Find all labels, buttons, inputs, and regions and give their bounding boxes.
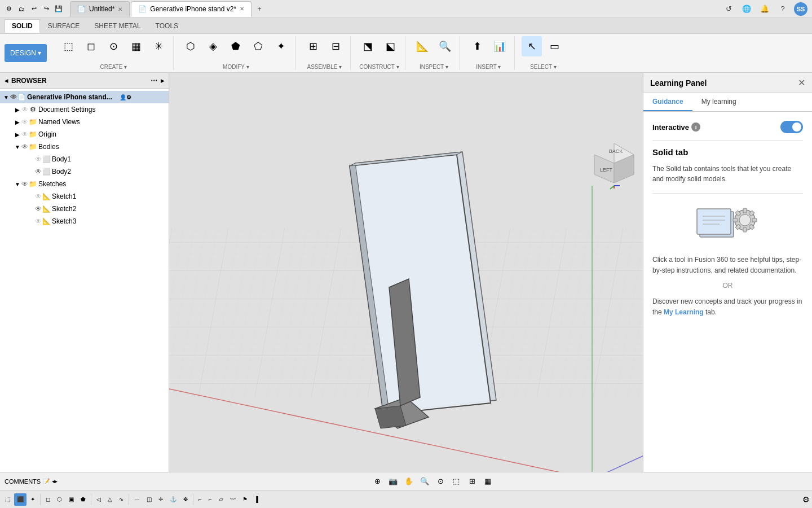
orbit-button[interactable]: ⊙ [434, 475, 447, 488]
vb-settings-btn[interactable]: ⚙ [802, 495, 810, 504]
tree-item-body1[interactable]: ▶ 👁 ⬜ Body1 [0, 153, 169, 165]
vb-triangle-btn[interactable]: △ [105, 493, 115, 506]
inspect-label[interactable]: INSPECT ▾ [420, 64, 448, 70]
construct-axis-button[interactable]: ⬕ [380, 36, 400, 56]
tree-eye-doc-settings[interactable]: 👁 [21, 106, 28, 113]
tree-eye-root[interactable]: 👁 [10, 93, 17, 101]
create-box-button[interactable]: ⬚ [58, 36, 78, 56]
app-icon[interactable]: ⚙ [5, 5, 14, 14]
tree-expand-sketches[interactable]: ▼ [14, 180, 21, 188]
right-panel-close-button[interactable]: ✕ [798, 77, 805, 88]
tree-item-origin[interactable]: ▶ 👁 📁 Origin [0, 128, 169, 141]
tree-eye-body2[interactable]: 👁 [35, 168, 42, 176]
tree-item-bodies[interactable]: ▼ 👁 📁 Bodies [0, 141, 169, 153]
tree-item-doc-settings[interactable]: ▶ 👁 ⚙ Document Settings [0, 103, 169, 116]
vb-grid-btn[interactable]: ▣ [66, 493, 77, 506]
vb-flag-btn[interactable]: ⚑ [240, 493, 250, 506]
browser-expand-icon[interactable]: ▸ [161, 77, 164, 85]
tab-close[interactable]: ✕ [118, 6, 122, 12]
tab-my-learning[interactable]: My learning [692, 93, 745, 111]
my-learning-link[interactable]: My Learning [664, 308, 704, 316]
vb-hex-btn[interactable]: ⬡ [54, 493, 65, 506]
create-revolve-button[interactable]: ⊙ [103, 36, 123, 56]
user-avatar[interactable]: SS [794, 2, 807, 16]
tree-expand-root[interactable]: ▼ [2, 93, 10, 101]
tree-item-named-views[interactable]: ▶ 👁 📁 Named Views [0, 116, 169, 128]
tree-expand-named-views[interactable]: ▶ [14, 118, 21, 126]
vb-dotted-btn[interactable]: ⋯ [131, 493, 143, 506]
vb-curve-btn[interactable]: ∿ [116, 493, 126, 506]
layout-button[interactable]: ▦ [481, 475, 495, 488]
modify-press-pull-button[interactable]: ⬡ [180, 36, 201, 56]
tab-close[interactable]: ✕ [240, 6, 244, 12]
info-icon[interactable]: i [691, 122, 700, 132]
inspect-measure-button[interactable]: 📐 [412, 36, 433, 56]
vb-corner2-btn[interactable]: ⌐ [206, 493, 215, 506]
tab-sheet-metal[interactable]: SHEET METAL [87, 20, 147, 32]
help-button[interactable]: ? [776, 2, 789, 16]
tab-solid[interactable]: SOLID [5, 19, 40, 33]
create-more-button[interactable]: ✳ [148, 36, 169, 56]
vb-box-btn[interactable]: ◻ [43, 493, 53, 506]
tree-eye-sketch3[interactable]: 👁 [35, 217, 42, 225]
create-extrude-button[interactable]: ◻ [81, 36, 101, 56]
modify-more-button[interactable]: ✦ [271, 36, 291, 56]
pan-button[interactable]: ✋ [402, 475, 416, 488]
tree-item-sketches[interactable]: ▼ 👁 📁 Sketches [0, 178, 169, 190]
select-label[interactable]: SELECT ▾ [530, 64, 557, 70]
design-button[interactable]: DESIGN ▾ [5, 44, 47, 62]
modify-fillet-button[interactable]: ◈ [203, 36, 223, 56]
tree-item-sketch2[interactable]: ▶ 👁 📐 Sketch2 [0, 203, 169, 215]
vb-cross-btn[interactable]: ✛ [156, 493, 166, 506]
tree-settings-icon[interactable]: ⚙ [126, 94, 131, 100]
comments-arrows[interactable]: ◂▸ [52, 478, 58, 484]
tree-item-root[interactable]: ▼ 👁 📄 Generative iPhone stand... 👤 ⚙ [0, 91, 169, 103]
modify-chamfer-button[interactable]: ⬟ [226, 36, 246, 56]
tree-eye-bodies[interactable]: 👁 [21, 143, 28, 151]
viewport[interactable]: BACK LEFT [169, 73, 643, 472]
zoom-button[interactable]: 🔍 [418, 475, 431, 488]
tab-untitled[interactable]: 📄 Untitled* ✕ [70, 1, 130, 17]
vb-solid-btn[interactable]: ⬛ [14, 493, 27, 506]
tab-guidance[interactable]: Guidance [643, 93, 692, 111]
vb-diamond-btn[interactable]: ⬟ [78, 493, 89, 506]
nav-globe-button[interactable]: 🌐 [740, 2, 753, 16]
vb-corner-btn[interactable]: ⌐ [196, 493, 205, 506]
notification-button[interactable]: 🔔 [758, 2, 771, 16]
insert-import-button[interactable]: ⬆ [467, 36, 487, 56]
tab-surface[interactable]: SURFACE [41, 20, 87, 32]
assemble-joint-button[interactable]: ⊞ [303, 36, 323, 56]
tree-eye-origin[interactable]: 👁 [21, 130, 28, 138]
camera-button[interactable]: 📷 [386, 475, 400, 488]
tree-item-sketch1[interactable]: ▶ 👁 📐 Sketch1 [0, 190, 169, 203]
browser-collapse-icon[interactable]: ◂ [5, 77, 8, 85]
construct-label[interactable]: CONSTRUCT ▾ [359, 64, 399, 70]
file-icon[interactable]: 🗂 [17, 5, 26, 14]
inspect-section-button[interactable]: 🔍 [435, 36, 455, 56]
select-box-button[interactable]: ▭ [544, 36, 564, 56]
create-sweep-button[interactable]: ▦ [126, 36, 146, 56]
view-cube[interactable]: BACK LEFT [589, 141, 634, 186]
insert-label[interactable]: INSERT ▾ [476, 64, 501, 70]
undo-button[interactable]: ↩ [29, 5, 38, 14]
tree-item-body2[interactable]: ▶ 👁 ⬜ Body2 [0, 165, 169, 178]
vb-sketch-btn[interactable]: ⬚ [2, 493, 13, 506]
comments-expand-icon[interactable]: 📝 [43, 478, 50, 484]
tree-expand-origin[interactable]: ▶ [14, 130, 21, 138]
tree-expand-bodies[interactable]: ▼ [14, 143, 21, 151]
vb-bar-btn[interactable]: ▐ [251, 493, 261, 506]
display-settings-button[interactable]: ⬚ [449, 475, 463, 488]
create-label[interactable]: CREATE ▾ [100, 64, 127, 70]
vb-shape-btn[interactable]: ▱ [216, 493, 226, 506]
modify-shell-button[interactable]: ⬠ [248, 36, 268, 56]
modify-label[interactable]: MODIFY ▾ [223, 64, 249, 70]
vb-wave-btn[interactable]: 〰 [227, 493, 239, 506]
vb-move-btn[interactable]: ✥ [180, 493, 191, 506]
new-tab-button[interactable]: + [253, 2, 266, 16]
tab-generative[interactable]: 📄 Generative iPhone stand v2* ✕ [131, 1, 251, 17]
assemble-label[interactable]: ASSEMBLE ▾ [307, 64, 342, 70]
tree-eye-sketches[interactable]: 👁 [21, 180, 28, 188]
save-button[interactable]: 💾 [54, 5, 63, 14]
grid-button[interactable]: ⊞ [465, 475, 479, 488]
tree-eye-sketch2[interactable]: 👁 [35, 205, 42, 213]
